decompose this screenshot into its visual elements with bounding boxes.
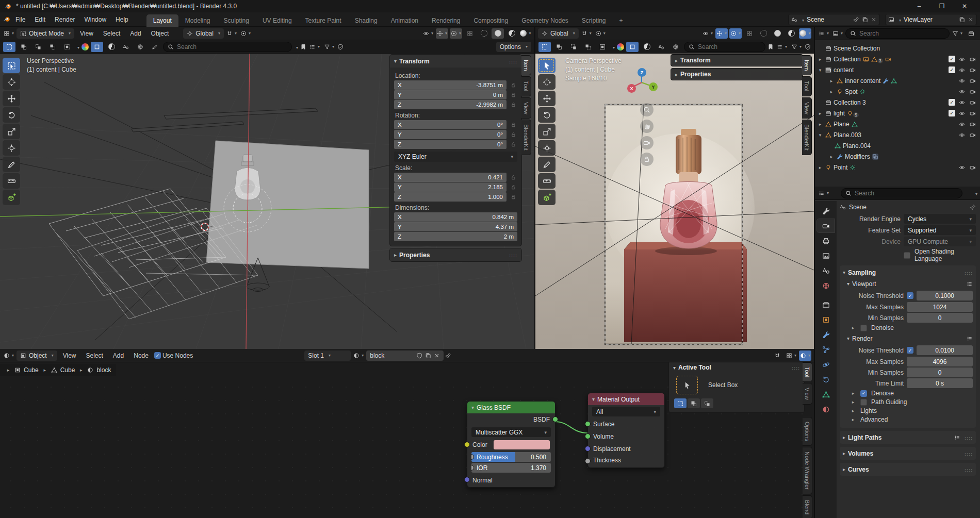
- mask-half-button[interactable]: [105, 42, 118, 52]
- sidebar-tab-options[interactable]: Options: [803, 417, 812, 446]
- use-nodes-checkbox[interactable]: [154, 352, 161, 359]
- properties-options-dropdown[interactable]: [973, 190, 977, 197]
- select-subtract-mode[interactable]: [701, 398, 713, 408]
- glass-node-header[interactable]: Glass BSDF: [467, 402, 555, 413]
- select-mode-extend-button[interactable]: [18, 42, 30, 52]
- min-samples-field[interactable]: 0: [907, 313, 973, 323]
- lock-icon[interactable]: [510, 194, 516, 200]
- tab-view-layer[interactable]: [817, 249, 835, 262]
- hide-eye-toggle[interactable]: [957, 164, 966, 171]
- lock-icon[interactable]: [510, 102, 516, 108]
- copy-material-icon[interactable]: [425, 353, 431, 359]
- sidebar-tab-tool[interactable]: Tool: [521, 76, 531, 96]
- tab-texture-paint[interactable]: Texture Paint: [299, 14, 348, 27]
- shading-material-button[interactable]: [505, 28, 518, 39]
- filter-dropdown[interactable]: [323, 42, 335, 52]
- new-viewlayer-icon[interactable]: [959, 16, 965, 23]
- outliner-row-scene-collection[interactable]: Scene Collection: [817, 43, 980, 54]
- osl-checkbox[interactable]: [904, 252, 910, 259]
- lock-icon[interactable]: [510, 82, 516, 88]
- tab-tool[interactable]: [817, 204, 835, 218]
- tab-sculpting[interactable]: Sculpting: [217, 14, 256, 27]
- expand-caret[interactable]: ▾: [817, 132, 823, 138]
- ior-input-socket[interactable]: [471, 465, 474, 471]
- distribution-dropdown[interactable]: Multiscatter GGX: [471, 427, 551, 437]
- shield-check-icon[interactable]: [337, 44, 344, 50]
- viewport-right-canvas[interactable]: [535, 54, 814, 349]
- sampling-panel-header[interactable]: Sampling: [843, 266, 973, 278]
- pedestal[interactable]: [624, 242, 747, 342]
- outliner-row-light[interactable]: ▸light 5 ✓: [817, 108, 980, 119]
- bookmark-icon[interactable]: [300, 44, 306, 50]
- texture-slot-button[interactable]: [91, 42, 103, 52]
- new-collection-button[interactable]: [965, 28, 977, 39]
- path-guiding-checkbox[interactable]: [860, 399, 867, 406]
- snap-dropdown[interactable]: [580, 28, 593, 39]
- render-visibility-toggle[interactable]: [968, 67, 977, 73]
- orientation-dropdown[interactable]: Global: [538, 28, 579, 39]
- outliner-row-plane-003[interactable]: ▾Plane.003: [817, 129, 980, 140]
- tool-add-cube[interactable]: [538, 190, 556, 205]
- overlays-toggle[interactable]: [729, 28, 742, 39]
- rotation-mode-dropdown[interactable]: XYZ Euler: [394, 152, 517, 162]
- select-menu[interactable]: Select: [82, 352, 107, 359]
- outliner-filter-dropdown[interactable]: [951, 28, 963, 39]
- exclude-checkbox[interactable]: ✓: [949, 56, 955, 62]
- sidebar-tab-blenderkit[interactable]: BlenderKit: [521, 120, 531, 155]
- gizmos-toggle[interactable]: [436, 28, 448, 39]
- hide-eye-toggle[interactable]: [957, 132, 966, 138]
- snap-dropdown[interactable]: [225, 28, 238, 39]
- light-slats[interactable]: [132, 108, 318, 132]
- tab-constraints[interactable]: [817, 373, 835, 386]
- outliner-row-plane[interactable]: ▸Plane: [817, 119, 980, 129]
- hide-eye-toggle[interactable]: [957, 56, 966, 62]
- hide-eye-toggle[interactable]: [957, 67, 966, 73]
- exclude-checkbox[interactable]: ✓: [949, 110, 955, 116]
- navigation-gizmo[interactable]: Z X Y: [626, 67, 657, 98]
- collapsed-transform-panel[interactable]: Transform: [671, 54, 803, 66]
- tab-shading[interactable]: Shading: [348, 14, 384, 27]
- tool-measure[interactable]: [538, 173, 556, 189]
- remove-viewlayer-icon[interactable]: [968, 16, 974, 23]
- tab-render[interactable]: [817, 219, 835, 232]
- viewport-left-search-input[interactable]: [177, 43, 234, 51]
- select-mode-subtract-button[interactable]: [32, 42, 44, 52]
- sidebar-tab-view[interactable]: View: [803, 383, 812, 405]
- outliner-search-input[interactable]: [859, 30, 911, 37]
- volumes-panel[interactable]: Volumes: [840, 447, 976, 460]
- breadcrumb-chevron[interactable]: ▸: [5, 367, 11, 373]
- location-z-field[interactable]: Z-2.9982 m: [394, 100, 507, 109]
- expand-caret[interactable]: ▸: [817, 111, 823, 116]
- tab-modifiers[interactable]: [817, 328, 835, 341]
- transform-panel-header[interactable]: Transform: [390, 55, 521, 68]
- tool-select-box[interactable]: [3, 58, 20, 73]
- target-dropdown[interactable]: All: [592, 407, 660, 416]
- sidebar-tab-view[interactable]: View: [802, 97, 812, 119]
- search-options-dropdown[interactable]: [294, 43, 298, 51]
- tab-rendering[interactable]: Rendering: [425, 14, 467, 27]
- select-menu[interactable]: Select: [99, 30, 124, 37]
- select-mode-subtract-button[interactable]: [567, 42, 580, 52]
- max-samples-field[interactable]: 1024: [907, 302, 973, 312]
- lock-icon[interactable]: [510, 141, 516, 147]
- viewlayer-browse-dropdown[interactable]: [897, 16, 901, 23]
- render-visibility-toggle[interactable]: [968, 121, 977, 127]
- render-denoise-checkbox[interactable]: [860, 390, 867, 397]
- active-tool-header[interactable]: Active Tool: [669, 361, 804, 374]
- scene-browse-dropdown[interactable]: [800, 16, 804, 23]
- menu-file[interactable]: File: [11, 14, 30, 25]
- falloff-color-ball[interactable]: [81, 43, 89, 51]
- node-menu[interactable]: Node: [129, 352, 153, 359]
- falloff-color-ball[interactable]: [617, 43, 624, 51]
- shading-solid-button[interactable]: [771, 28, 783, 39]
- tool-cursor[interactable]: [538, 74, 556, 90]
- add-menu[interactable]: Add: [126, 30, 145, 37]
- lights-label[interactable]: Lights: [860, 407, 877, 414]
- options-button[interactable]: Options: [496, 42, 531, 52]
- pin-icon[interactable]: [970, 204, 976, 210]
- location-y-field[interactable]: Y0 m: [394, 90, 507, 99]
- viewport-right-searchbox[interactable]: [684, 42, 765, 52]
- time-limit-field[interactable]: 0 s: [907, 378, 973, 388]
- tab-uv-editing[interactable]: UV Editing: [256, 14, 299, 27]
- lock-icon[interactable]: [510, 131, 516, 138]
